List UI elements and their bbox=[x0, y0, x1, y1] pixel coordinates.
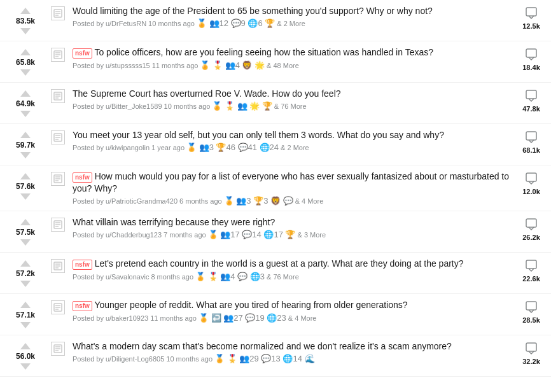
comment-column[interactable]: 47.8k bbox=[515, 88, 547, 113]
post-type-icon bbox=[51, 300, 65, 314]
nsfw-badge: nsfw bbox=[73, 172, 92, 183]
downvote-button[interactable] bbox=[19, 321, 32, 330]
comment-count: 28.5k bbox=[522, 316, 540, 324]
post-feed: 83.5k Would limiting the age of the Pres… bbox=[0, 0, 551, 377]
vote-column: 83.5k bbox=[4, 5, 47, 36]
post-content: What's a modern day scam that's become n… bbox=[73, 340, 512, 363]
downvote-button[interactable] bbox=[19, 238, 32, 247]
post-author[interactable]: u/Diligent-Log6805 bbox=[106, 355, 164, 363]
upvote-button[interactable] bbox=[19, 6, 32, 15]
upvote-arrow-icon bbox=[20, 219, 31, 225]
post-time: 1 year ago bbox=[151, 144, 185, 151]
posted-by-label: Posted by bbox=[73, 314, 104, 322]
post-author[interactable]: u/Chadderbug123 bbox=[106, 231, 162, 239]
comment-count: 18.4k bbox=[522, 64, 540, 71]
upvote-button[interactable] bbox=[19, 218, 32, 227]
downvote-arrow-icon bbox=[20, 152, 31, 158]
post-author[interactable]: u/DrFetusRN bbox=[106, 20, 146, 27]
comment-column[interactable]: 26.2k bbox=[515, 216, 547, 241]
post-content: What villain was terrifying because they… bbox=[73, 216, 512, 239]
post-type-icon bbox=[51, 48, 65, 62]
downvote-button[interactable] bbox=[19, 192, 32, 201]
downvote-button[interactable] bbox=[19, 109, 32, 118]
post-author[interactable]: u/Savalonavic bbox=[106, 273, 150, 281]
post-author[interactable]: u/PatrioticGrandma420 bbox=[106, 197, 178, 205]
comment-count: 32.2k bbox=[522, 358, 540, 365]
post-author[interactable]: u/Bitter_Joke1589 bbox=[106, 102, 162, 110]
post-type-icon bbox=[51, 130, 65, 144]
vote-count: 57.6k bbox=[16, 182, 35, 191]
post-title[interactable]: nsfw How much would you pay for a list o… bbox=[73, 171, 512, 194]
comment-column[interactable]: 32.2k bbox=[515, 340, 547, 365]
post-flair: 🏅 👥3 🏆46 💬41 🌐24 bbox=[186, 143, 279, 152]
post-row: 59.7k You meet your 13 year old self, bu… bbox=[0, 124, 551, 165]
upvote-button[interactable] bbox=[19, 48, 32, 57]
post-meta: Posted by u/baker10923 11 months ago 🏅 ↩… bbox=[73, 313, 512, 323]
upvote-arrow-icon bbox=[20, 173, 31, 179]
post-title[interactable]: The Supreme Court has overturned Roe V. … bbox=[73, 88, 512, 99]
downvote-button[interactable] bbox=[19, 151, 32, 160]
post-author[interactable]: u/kiwipangolin bbox=[106, 144, 150, 151]
upvote-button[interactable] bbox=[19, 130, 32, 139]
comment-column[interactable]: 28.5k bbox=[515, 299, 547, 324]
comment-column[interactable]: 12.5k bbox=[515, 5, 547, 30]
post-row: 57.1k nsfw Younger people of reddit. Wha… bbox=[0, 294, 551, 335]
comment-column[interactable]: 12.0k bbox=[515, 171, 547, 195]
post-meta: Posted by u/kiwipangolin 1 year ago 🏅 👥3… bbox=[73, 143, 512, 152]
comment-column[interactable]: 18.4k bbox=[515, 46, 547, 71]
downvote-button[interactable] bbox=[19, 27, 32, 36]
comment-count: 47.8k bbox=[522, 105, 540, 113]
svg-rect-34 bbox=[526, 260, 536, 269]
downvote-button[interactable] bbox=[19, 279, 32, 288]
vote-count: 57.1k bbox=[16, 311, 35, 319]
post-title[interactable]: What villain was terrifying because they… bbox=[73, 216, 512, 228]
post-title[interactable]: You meet your 13 year old self, but you … bbox=[73, 129, 512, 141]
post-title[interactable]: What's a modern day scam that's become n… bbox=[73, 340, 512, 352]
post-row: 57.6k nsfw How much would you pay for a … bbox=[0, 165, 551, 211]
upvote-button[interactable] bbox=[19, 172, 32, 181]
upvote-button[interactable] bbox=[19, 89, 32, 98]
post-time: 11 months ago bbox=[152, 62, 199, 69]
vote-count: 57.2k bbox=[16, 269, 35, 278]
post-type-icon bbox=[51, 172, 65, 186]
post-title[interactable]: nsfw Let's pretend each country in the w… bbox=[73, 258, 512, 270]
post-flair: 🏅 👥12 💬9 🌐6 🏆 bbox=[197, 18, 275, 28]
comment-icon bbox=[525, 172, 538, 186]
posted-by-label: Posted by bbox=[73, 231, 104, 239]
post-meta: Posted by u/Diligent-Log6805 10 months a… bbox=[73, 354, 512, 363]
svg-rect-39 bbox=[526, 302, 536, 310]
upvote-button[interactable] bbox=[19, 259, 32, 268]
comment-count: 26.2k bbox=[522, 234, 540, 241]
comment-count: 22.6k bbox=[522, 275, 540, 283]
upvote-button[interactable] bbox=[19, 342, 32, 351]
post-meta: Posted by u/Chadderbug123 7 months ago 🏅… bbox=[73, 230, 512, 239]
comment-column[interactable]: 68.1k bbox=[515, 129, 547, 154]
post-title[interactable]: Would limiting the age of the President … bbox=[73, 5, 512, 17]
post-flair: 🏅 🎖️ 👥29 💬13 🌐14 🌊 bbox=[214, 354, 314, 363]
post-type-icon-col bbox=[51, 129, 69, 144]
post-content: nsfw Younger people of reddit. What are … bbox=[73, 299, 512, 323]
flair-more: & 4 More bbox=[295, 197, 324, 205]
post-author[interactable]: u/baker10923 bbox=[106, 314, 148, 322]
post-title[interactable]: nsfw To police officers, how are you fee… bbox=[73, 46, 512, 59]
downvote-button[interactable] bbox=[19, 362, 32, 371]
vote-column: 56.0k bbox=[4, 340, 47, 371]
posted-by-label: Posted by bbox=[73, 20, 104, 27]
vote-count: 59.7k bbox=[16, 141, 35, 150]
post-author[interactable]: u/stupsssss15 bbox=[106, 62, 150, 69]
svg-rect-24 bbox=[526, 173, 536, 181]
comment-icon bbox=[525, 89, 538, 104]
comment-column[interactable]: 22.6k bbox=[515, 258, 547, 283]
post-meta: Posted by u/PatrioticGrandma420 6 months… bbox=[73, 196, 512, 206]
nsfw-badge: nsfw bbox=[73, 260, 92, 270]
post-title[interactable]: nsfw Younger people of reddit. What are … bbox=[73, 299, 512, 311]
vote-count: 57.5k bbox=[16, 228, 35, 237]
downvote-button[interactable] bbox=[19, 68, 32, 77]
post-time: 10 months ago bbox=[148, 20, 195, 27]
upvote-button[interactable] bbox=[19, 300, 32, 309]
post-row: 57.5k What villain was terrifying becaus… bbox=[0, 211, 551, 253]
flair-more: & 2 More bbox=[277, 20, 305, 27]
downvote-arrow-icon bbox=[20, 111, 31, 117]
flair-more: & 2 More bbox=[281, 144, 309, 151]
post-content: nsfw Let's pretend each country in the w… bbox=[73, 258, 512, 281]
